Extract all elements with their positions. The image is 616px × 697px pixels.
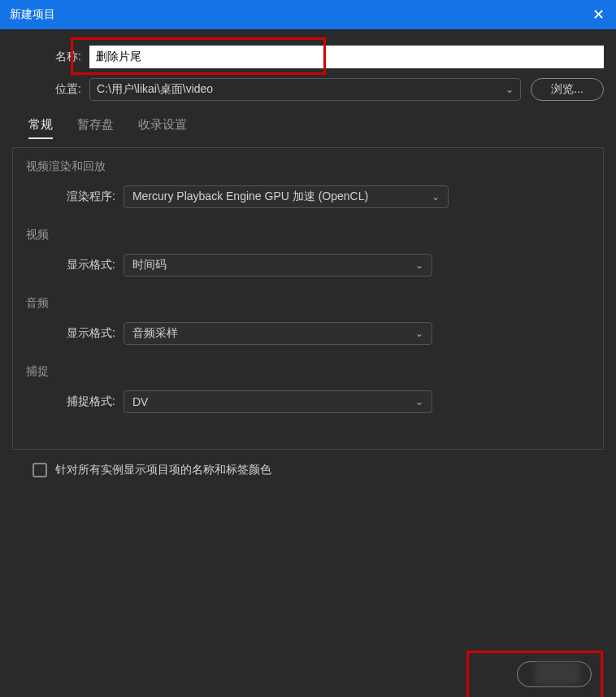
section-audio: 音频 显示格式: 音频采样 ⌄ [26, 296, 590, 345]
capture-format-dropdown[interactable]: DV ⌄ [124, 390, 432, 413]
general-panel: 视频渲染和回放 渲染程序: Mercury Playback Engine GP… [12, 147, 604, 450]
chevron-down-icon: ⌄ [415, 259, 423, 271]
location-select[interactable]: C:\用户\likai\桌面\video ⌄ [89, 78, 521, 101]
location-value: C:\用户\likai\桌面\video [97, 82, 213, 97]
name-input[interactable] [89, 46, 604, 68]
render-label: 渲染程序: [67, 189, 115, 204]
chevron-down-icon: ⌄ [415, 396, 423, 407]
section-capture: 捕捉 捕捉格式: DV ⌄ [26, 364, 590, 413]
close-icon: ✕ [592, 6, 605, 24]
audio-format-dropdown[interactable]: 音频采样 ⌄ [124, 322, 432, 345]
section-audio-title: 音频 [26, 296, 590, 311]
section-video-title: 视频 [26, 228, 590, 242]
footer: 确定 [517, 661, 592, 687]
section-render-title: 视频渲染和回放 [26, 159, 590, 174]
name-label: 名称: [12, 50, 89, 64]
section-video: 视频 显示格式: 时间码 ⌄ [26, 228, 590, 277]
location-label: 位置: [12, 82, 89, 97]
ok-button[interactable]: 确定 [517, 661, 592, 687]
video-format-label: 显示格式: [67, 258, 115, 272]
audio-format-value: 音频采样 [132, 326, 178, 341]
section-render: 视频渲染和回放 渲染程序: Mercury Playback Engine GP… [26, 159, 590, 208]
chevron-down-icon: ⌄ [505, 84, 514, 95]
close-button[interactable]: ✕ [590, 7, 606, 23]
checkbox-row: 针对所有实例显示项目项的名称和标签颜色 [33, 463, 604, 477]
window-title: 新建项目 [10, 7, 55, 22]
titlebar: 新建项目 ✕ [0, 0, 616, 29]
checkbox-label: 针对所有实例显示项目项的名称和标签颜色 [55, 463, 271, 477]
chevron-down-icon: ⌄ [415, 328, 423, 339]
tabs: 常规 暂存盘 收录设置 [28, 117, 604, 139]
location-row: 位置: C:\用户\likai\桌面\video ⌄ 浏览... [12, 78, 604, 101]
name-row: 名称: [12, 46, 604, 68]
dialog-content: 名称: 位置: C:\用户\likai\桌面\video ⌄ 浏览... 常规 … [0, 29, 616, 486]
video-format-dropdown[interactable]: 时间码 ⌄ [124, 254, 432, 277]
browse-button[interactable]: 浏览... [531, 78, 604, 101]
capture-format-value: DV [132, 395, 148, 408]
render-value: Mercury Playback Engine GPU 加速 (OpenCL) [132, 189, 368, 204]
section-capture-title: 捕捉 [26, 364, 590, 379]
tab-general[interactable]: 常规 [28, 117, 53, 139]
video-format-value: 时间码 [132, 258, 167, 272]
chevron-down-icon: ⌄ [432, 191, 440, 203]
tab-scratch[interactable]: 暂存盘 [77, 117, 114, 139]
tab-ingest[interactable]: 收录设置 [138, 117, 187, 139]
capture-format-label: 捕捉格式: [67, 394, 115, 409]
render-dropdown[interactable]: Mercury Playback Engine GPU 加速 (OpenCL) … [124, 185, 449, 208]
instances-checkbox[interactable] [33, 463, 47, 477]
audio-format-label: 显示格式: [67, 326, 115, 341]
